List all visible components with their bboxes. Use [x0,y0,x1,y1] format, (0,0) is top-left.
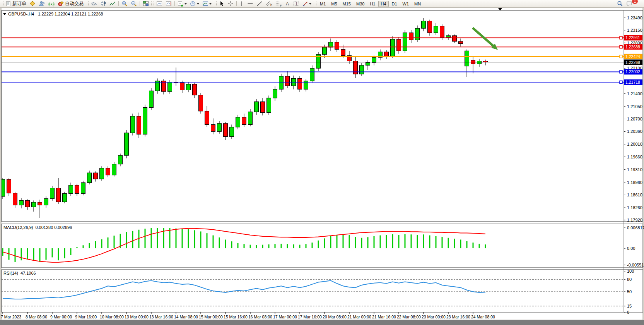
line-handle[interactable] [620,36,622,39]
candle-down[interactable] [397,39,401,51]
periods-button[interactable] [189,0,200,7]
candle-up[interactable] [391,39,395,57]
candle-up[interactable] [279,76,284,89]
collapse-triangle-icon[interactable] [3,13,6,15]
candle-up[interactable] [366,62,370,65]
candle-up[interactable] [434,26,438,33]
candlestick-chart-button[interactable] [99,0,108,7]
candle-up[interactable] [403,33,407,51]
candle-down[interactable] [224,124,228,137]
candle-down[interactable] [261,101,265,112]
line-chart-button[interactable] [108,0,117,7]
candle-up[interactable] [168,82,172,91]
candle-down[interactable] [38,202,42,205]
line-handle[interactable] [620,81,622,84]
indicators-button[interactable] [176,0,188,7]
zoom-out-button[interactable] [130,0,138,7]
bar-chart-button[interactable] [90,0,98,7]
price-tag[interactable]: 1.22688 [624,44,642,50]
candle-down[interactable] [13,193,17,205]
arrange-cascade-button[interactable] [164,0,173,7]
candle-up[interactable] [69,185,73,194]
cursor-button[interactable] [218,0,225,7]
candle-up[interactable] [32,202,36,207]
crosshair-button[interactable] [226,0,235,7]
candle-down[interactable] [459,41,463,44]
candle-down[interactable] [162,81,166,91]
candle-down[interactable] [335,42,339,50]
candle-down[interactable] [193,84,197,95]
candle-down[interactable] [180,83,184,90]
tab-timeframe-m1[interactable]: M1 [318,1,328,7]
candle-up[interactable] [143,107,147,134]
notification-badge[interactable]: 1 [632,0,638,4]
candle-down[interactable] [75,185,79,194]
candle-up[interactable] [217,124,222,132]
tab-timeframe-m30[interactable]: M30 [354,1,367,7]
arrows-button[interactable] [301,0,313,7]
candle-up[interactable] [465,51,469,66]
autotrading-button[interactable]: 自动交易 [56,0,85,7]
chart-canvas[interactable]: 1.234901.231501.228001.221001.214001.210… [0,0,644,325]
candle-up[interactable] [422,21,426,28]
candle-up[interactable] [44,199,48,205]
candle-up[interactable] [372,57,376,62]
candle-up[interactable] [112,164,116,175]
candle-down[interactable] [56,188,61,202]
templates-button[interactable] [201,0,213,7]
price-tag[interactable]: 1.21718 [624,79,642,85]
tab-timeframe-w1[interactable]: W1 [400,1,412,7]
horizontal-line-button[interactable] [246,0,255,7]
candle-up[interactable] [81,182,85,193]
line-handle[interactable] [620,71,622,73]
candle-up[interactable] [273,89,277,98]
trend-line-button[interactable] [255,0,264,7]
price-tag[interactable]: 1.22268 [624,60,642,65]
tab-timeframe-d1[interactable]: D1 [389,1,400,7]
candle-up[interactable] [477,61,482,64]
line-handle[interactable] [620,55,622,58]
candle-up[interactable] [19,200,24,205]
candle-down[interactable] [106,168,110,175]
candle-up[interactable] [131,116,135,133]
candle-down[interactable] [453,36,457,41]
tab-timeframe-h4[interactable]: H4 [378,1,388,7]
candle-up[interactable] [446,36,451,38]
candle-up[interactable] [248,112,253,125]
line-handle[interactable] [620,46,622,48]
funnel-button[interactable] [28,0,37,7]
vertical-line-button[interactable] [238,0,245,7]
candle-down[interactable] [428,21,432,33]
signal-button[interactable] [47,0,56,7]
candle-up[interactable] [255,101,259,112]
tile-windows-button[interactable] [142,0,150,7]
candle-up[interactable] [310,68,314,81]
arrange-vertical-button[interactable] [155,0,164,7]
equidistant-channel-button[interactable]: E [265,0,273,7]
candle-up[interactable] [329,42,333,47]
zoom-in-button[interactable] [120,0,129,7]
candle-down[interactable] [409,33,413,40]
candle-down[interactable] [341,50,345,56]
candle-up[interactable] [230,127,234,136]
candle-up[interactable] [149,91,154,107]
candle-up[interactable] [125,133,129,155]
fibonacci-button[interactable]: F [274,0,283,7]
text-label-button[interactable]: T [292,0,301,7]
candle-down[interactable] [483,61,488,62]
candle-up[interactable] [186,84,191,90]
chat-button[interactable]: 1 [625,0,634,7]
new-order-button[interactable]: 新订单 [5,0,27,7]
price-tag[interactable]: 1.22002 [624,69,642,74]
tab-timeframe-m5[interactable]: M5 [329,1,339,7]
price-tag[interactable]: 1.22424 [624,54,642,59]
market-watch-button[interactable] [38,0,46,7]
candle-down[interactable] [242,117,246,125]
text-button[interactable]: A [284,0,291,7]
tab-timeframe-h1[interactable]: H1 [367,1,378,7]
candle-up[interactable] [87,173,92,182]
search-button[interactable] [616,0,624,7]
candle-up[interactable] [63,194,67,202]
candle-down[interactable] [440,26,444,38]
candle-down[interactable] [199,95,203,111]
